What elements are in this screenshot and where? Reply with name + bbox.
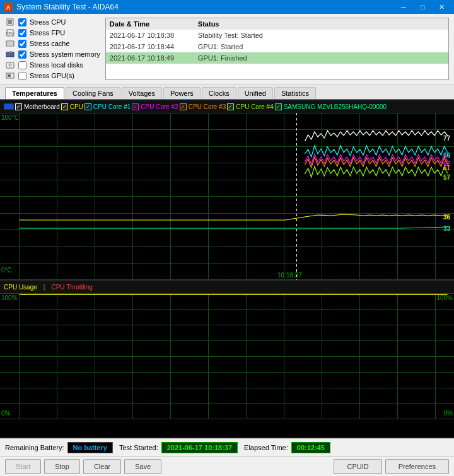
svg-rect-10 (8, 51, 8, 53)
legend-check-core4[interactable] (227, 103, 234, 110)
stress-cpu-checkbox[interactable] (18, 18, 26, 26)
tab-powers[interactable]: Powers (163, 87, 201, 99)
legend-check-motherboard[interactable] (15, 103, 22, 110)
tab-voltages[interactable]: Voltages (122, 87, 162, 99)
svg-rect-12 (10, 51, 11, 53)
cpu-chart-legend: CPU Usage | CPU Throttling (0, 281, 454, 293)
legend-label-core3: CPU Core #3 (189, 103, 226, 110)
svg-rect-6 (6, 41, 14, 46)
svg-rect-13 (11, 51, 12, 53)
legend-core2: CPU Core #2 (132, 103, 178, 110)
tab-clocks[interactable]: Clocks (202, 87, 236, 99)
stress-options: Stress CPU FPU Stress FPU Stress cache (5, 18, 100, 80)
svg-rect-14 (6, 62, 14, 68)
top-panel: Stress CPU FPU Stress FPU Stress cache (0, 14, 454, 84)
temp-chart-legend: Motherboard CPU CPU Core #1 CPU Core #2 … (0, 100, 454, 113)
status-text-3: GPU1: Finished (194, 52, 448, 64)
main-window: Stress CPU FPU Stress FPU Stress cache (0, 14, 454, 476)
cpuid-button[interactable]: CPUID (334, 459, 381, 474)
bottom-buttons: Start Stop Clear Save CPUID Preferences (0, 456, 454, 476)
stress-disks-label: Stress local disks (30, 61, 83, 69)
stress-cache-row: Stress cache (5, 39, 100, 48)
legend-label-cpu: CPU (70, 103, 83, 110)
chart-scroll-indicator (4, 103, 14, 110)
temp-chart-svg (0, 113, 454, 280)
legend-core3: CPU Core #3 (180, 103, 226, 110)
tab-statistics[interactable]: Statistics (274, 87, 316, 99)
stress-gpu-checkbox[interactable] (18, 72, 26, 80)
memory-icon (5, 50, 15, 59)
battery-status: Remaining Battery: No battery (5, 442, 113, 453)
minimize-button[interactable]: ─ (395, 1, 412, 13)
svg-rect-11 (9, 51, 9, 53)
stress-memory-label: Stress system memory (30, 50, 100, 58)
legend-cpu-usage: CPU Usage (4, 284, 37, 291)
battery-value: No battery (67, 442, 113, 453)
stress-fpu-checkbox[interactable] (18, 29, 26, 37)
preferences-button[interactable]: Preferences (385, 459, 449, 474)
battery-label: Remaining Battery: (5, 444, 64, 451)
status-text-2: GPU1: Started (194, 41, 448, 52)
legend-label-samsung: SAMSUNG MZVLB256HAHQ-00000 (284, 103, 387, 110)
cpu-chart-panel: CPU Usage | CPU Throttling (0, 281, 454, 438)
stress-gpu-row: Stress GPU(s) (5, 71, 100, 80)
fpu-icon: FPU (5, 28, 15, 37)
charts-container: Motherboard CPU CPU Core #1 CPU Core #2 … (0, 100, 454, 438)
stress-memory-checkbox[interactable] (18, 50, 26, 59)
titlebar: A System Stability Test - AIDA64 ─ □ ✕ (0, 0, 454, 14)
test-started-value: 2021-06-17 10:18:37 (161, 442, 238, 453)
legend-check-core3[interactable] (180, 103, 187, 110)
legend-label-core2: CPU Core #2 (141, 103, 178, 110)
app-icon: A (4, 3, 13, 11)
stress-cache-label: Stress cache (30, 40, 70, 47)
svg-text:FPU: FPU (6, 32, 15, 36)
test-started-label: Test Started: (119, 444, 158, 451)
status-table: Date & Time Status 2021-06-17 10:18:38 S… (106, 18, 448, 64)
close-button[interactable]: ✕ (433, 1, 450, 13)
legend-cpu: CPU (61, 103, 83, 110)
stress-disks-row: Stress local disks (5, 61, 100, 69)
window-title: System Stability Test - AIDA64 (16, 3, 119, 11)
svg-point-15 (9, 64, 11, 66)
svg-rect-17 (8, 74, 11, 77)
clear-button[interactable]: Clear (83, 459, 121, 474)
stress-disks-checkbox[interactable] (18, 61, 26, 69)
legend-core1: CPU Core #1 (84, 103, 131, 110)
svg-rect-9 (6, 52, 14, 57)
elapsed-status: Elapsed Time: 00:12:45 (244, 442, 330, 453)
start-button[interactable]: Start (5, 459, 41, 474)
status-datetime-1: 2021-06-17 10:18:38 (106, 30, 194, 41)
temp-chart-canvas: 100°C 0°C 10:18:37 77 66 62 61 57 36 33 (0, 113, 454, 280)
status-datetime-2: 2021-06-17 10:18:44 (106, 41, 194, 52)
legend-label-core4: CPU Core #4 (236, 103, 273, 110)
status-datetime-3: 2021-06-17 10:18:49 (106, 52, 194, 64)
legend-motherboard: Motherboard (15, 103, 60, 110)
cpu-icon (5, 18, 15, 26)
stress-cache-checkbox[interactable] (18, 40, 26, 48)
status-bar: Remaining Battery: No battery Test Start… (0, 438, 454, 456)
status-table-container: Date & Time Status 2021-06-17 10:18:38 S… (105, 18, 449, 80)
titlebar-left: A System Stability Test - AIDA64 (4, 3, 119, 11)
legend-check-core2[interactable] (132, 103, 139, 110)
legend-label-motherboard: Motherboard (24, 103, 60, 110)
stress-cpu-label: Stress CPU (30, 18, 66, 26)
legend-check-samsung[interactable] (275, 103, 282, 110)
cpu-chart-canvas: 100% 0% 100% 0% (0, 293, 454, 419)
maximize-button[interactable]: □ (414, 1, 431, 13)
stress-fpu-label: Stress FPU (30, 29, 65, 37)
tabs-bar: Temperatures Cooling Fans Voltages Power… (0, 84, 454, 100)
status-row-2: 2021-06-17 10:18:44 GPU1: Started (106, 41, 448, 52)
legend-check-cpu[interactable] (61, 103, 68, 110)
legend-check-core1[interactable] (84, 103, 91, 110)
tab-cooling-fans[interactable]: Cooling Fans (66, 87, 120, 99)
gpu-icon (5, 71, 15, 80)
disk-icon (5, 61, 15, 69)
save-button[interactable]: Save (124, 459, 161, 474)
cpu-chart-svg (0, 293, 454, 419)
status-row-3: 2021-06-17 10:18:49 GPU1: Finished (106, 52, 448, 64)
stop-button[interactable]: Stop (44, 459, 80, 474)
temp-chart-panel: Motherboard CPU CPU Core #1 CPU Core #2 … (0, 100, 454, 281)
tab-temperatures[interactable]: Temperatures (5, 87, 64, 99)
tab-unified[interactable]: Unified (238, 87, 273, 99)
status-row-1: 2021-06-17 10:18:38 Stability Test: Star… (106, 30, 448, 41)
